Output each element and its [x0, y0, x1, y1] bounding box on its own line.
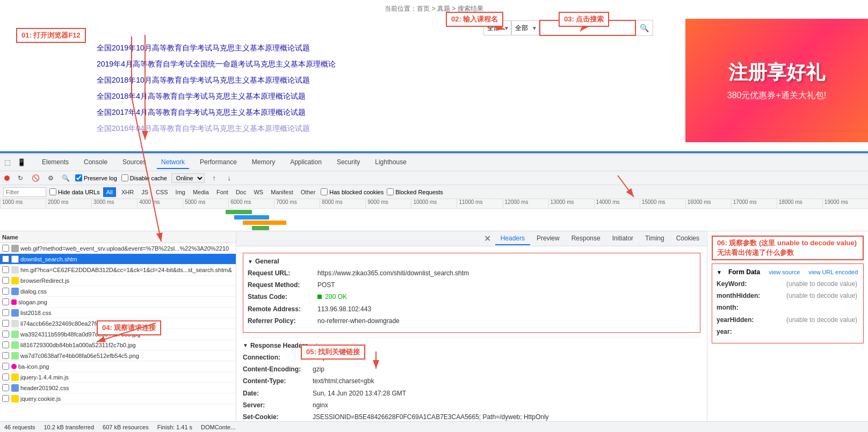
- req-checkbox-11[interactable]: [2, 363, 9, 370]
- select-type-wrapper[interactable]: 全部 ▼: [511, 20, 539, 35]
- blocked-requests-checkbox[interactable]: [387, 188, 394, 195]
- tab-sources[interactable]: Sources: [118, 156, 150, 169]
- filter-input[interactable]: [3, 187, 46, 197]
- filter-icon[interactable]: ⚙: [45, 173, 56, 184]
- req-checkbox-7[interactable]: [2, 320, 9, 327]
- request-item-3[interactable]: browserRedirect.js: [0, 275, 236, 286]
- req-icon-1: [11, 255, 19, 263]
- request-item-12[interactable]: jquery-1.4.4.min.js: [0, 372, 236, 383]
- req-checkbox-9[interactable]: [2, 341, 9, 348]
- detail-tab-initiator[interactable]: Initiator: [607, 232, 639, 245]
- filter-doc-btn[interactable]: Doc: [234, 188, 249, 196]
- req-checkbox-5[interactable]: [2, 298, 9, 305]
- result-item-2[interactable]: 2019年4月高等教育自学考试全国统一命题考试马克思主义基本原理概论: [97, 56, 771, 72]
- req-checkbox-10[interactable]: [2, 352, 9, 359]
- tab-security[interactable]: Security: [332, 156, 364, 169]
- wf-bar-1: [226, 210, 251, 214]
- hide-data-urls-checkbox[interactable]: [49, 188, 56, 195]
- form-view-url-encoded[interactable]: view URL encoded: [808, 269, 858, 275]
- hide-data-urls-label[interactable]: Hide data URLs: [49, 188, 100, 195]
- refresh-icon[interactable]: ↻: [15, 173, 26, 184]
- req-checkbox-2[interactable]: [2, 266, 9, 273]
- tab-console[interactable]: Console: [79, 156, 112, 169]
- type-select[interactable]: 全部: [511, 20, 539, 35]
- result-item-6[interactable]: 全国2016年04月高等教育自学考试马克思主义基本原理概论试题: [97, 121, 771, 137]
- req-icon-12: [11, 374, 19, 381]
- req-checkbox-1[interactable]: [2, 255, 9, 262]
- annotation-02: 02: 输入课程名: [446, 12, 503, 27]
- cursor-icon[interactable]: ⬚: [2, 157, 13, 168]
- blocked-cookies-checkbox[interactable]: [321, 188, 328, 195]
- blocked-requests-label[interactable]: Blocked Requests: [387, 188, 443, 195]
- filter-other-btn[interactable]: Other: [299, 188, 318, 196]
- divider-1: [243, 337, 700, 338]
- download-icon[interactable]: ↓: [224, 173, 235, 184]
- request-item-4[interactable]: dialog.css: [0, 286, 236, 297]
- filter-all-btn[interactable]: All: [103, 187, 116, 197]
- filter-img-btn[interactable]: Img: [173, 188, 187, 196]
- req-checkbox-6[interactable]: [2, 309, 9, 316]
- tab-elements[interactable]: Elements: [38, 156, 73, 169]
- filter-manifest-btn[interactable]: Manifest: [269, 188, 295, 196]
- status-bar: 46 requests 10.2 kB transferred 607 kB r…: [0, 421, 868, 432]
- req-checkbox-4[interactable]: [2, 288, 9, 295]
- tab-application[interactable]: Application: [286, 156, 326, 169]
- tab-network[interactable]: Network: [157, 156, 189, 169]
- filter-media-btn[interactable]: Media: [191, 188, 211, 196]
- preserve-log-checkbox[interactable]: [75, 174, 82, 181]
- req-icon-7: [11, 320, 19, 327]
- detail-tab-headers[interactable]: Headers: [495, 232, 530, 245]
- detail-tab-preview[interactable]: Preview: [531, 232, 565, 245]
- request-item-10[interactable]: wa7d7c0638af7e4bb08fa06e512efb54c5.png: [0, 350, 236, 361]
- result-item-3[interactable]: 全国2018年10月高等教育自学考试马克思主义基本原理概论试题: [97, 72, 771, 89]
- request-item-9[interactable]: li816729300db84bb1a000a52311f2c7b0.jpg: [0, 340, 236, 350]
- tick-19000: 19000 ms: [822, 199, 868, 208]
- request-item-5[interactable]: slogan.png: [0, 297, 236, 307]
- result-item-1[interactable]: 全国2019年10月高等教育自学考试马克思主义基本原理概论试题: [97, 40, 771, 56]
- resp-date-label: Date:: [243, 389, 313, 399]
- detail-close-button[interactable]: ✕: [481, 233, 494, 244]
- form-view-source[interactable]: view source: [769, 269, 800, 275]
- clear-icon[interactable]: 🚫: [30, 173, 41, 184]
- form-data-header: ▼ Form Data view source view URL encoded: [717, 268, 859, 276]
- filter-js-btn[interactable]: JS: [139, 188, 150, 196]
- request-item-2[interactable]: hm.gif?hca=CE62FE2DDDAB312D&cc=1&ck=1&cl…: [0, 265, 236, 275]
- upload-icon[interactable]: ↑: [209, 173, 220, 184]
- req-checkbox-13[interactable]: [2, 384, 9, 391]
- request-item-14[interactable]: jquery.cookie.js: [0, 393, 236, 404]
- search-button[interactable]: 🔍: [636, 20, 653, 36]
- record-button[interactable]: [4, 175, 10, 181]
- request-item-11[interactable]: ba-icon.png: [0, 361, 236, 372]
- detail-tab-response[interactable]: Response: [566, 232, 606, 245]
- filter-font-btn[interactable]: Font: [214, 188, 230, 196]
- general-section-header[interactable]: ▼ General: [248, 258, 696, 265]
- tab-performance[interactable]: Performance: [196, 156, 241, 169]
- req-checkbox-0[interactable]: [2, 245, 9, 252]
- disable-cache-checkbox[interactable]: [121, 174, 128, 181]
- filter-xhr-btn[interactable]: XHR: [119, 188, 136, 196]
- request-item-0[interactable]: web.gif?method=web_event_srv.upload&even…: [0, 243, 236, 254]
- filter-ws-btn[interactable]: WS: [251, 188, 265, 196]
- request-item-13[interactable]: header201902.css: [0, 383, 236, 393]
- disable-cache-label[interactable]: Disable cache: [121, 174, 167, 181]
- result-item-4[interactable]: 全国2018年4月高等教育自学考试马克思主义基本原理概论试题: [97, 89, 771, 105]
- detail-tab-timing[interactable]: Timing: [640, 232, 670, 245]
- device-icon[interactable]: 📱: [16, 157, 27, 168]
- req-checkbox-12[interactable]: [2, 374, 9, 380]
- preserve-log-label[interactable]: Preserve log: [75, 174, 117, 181]
- req-checkbox-8[interactable]: [2, 331, 9, 338]
- req-icon-3: [11, 277, 19, 284]
- blocked-cookies-label[interactable]: Has blocked cookies: [321, 188, 384, 195]
- result-item-5[interactable]: 全国2017年4月高等教育自学考试马克思主义基本原理概论试题: [97, 105, 771, 121]
- throttle-select[interactable]: Online: [171, 173, 205, 183]
- tab-lighthouse[interactable]: Lighthouse: [371, 156, 411, 169]
- search-icon[interactable]: 🔍: [60, 173, 71, 184]
- request-item-1[interactable]: downlist_search.shtm: [0, 254, 236, 265]
- resp-server-label: Server:: [243, 400, 313, 411]
- req-checkbox-14[interactable]: [2, 395, 9, 402]
- filter-css-btn[interactable]: CSS: [154, 188, 170, 196]
- detail-tab-cookies[interactable]: Cookies: [671, 232, 705, 245]
- req-checkbox-3[interactable]: [2, 277, 9, 284]
- tab-memory[interactable]: Memory: [248, 156, 279, 169]
- request-item-6[interactable]: list2018.css: [0, 307, 236, 318]
